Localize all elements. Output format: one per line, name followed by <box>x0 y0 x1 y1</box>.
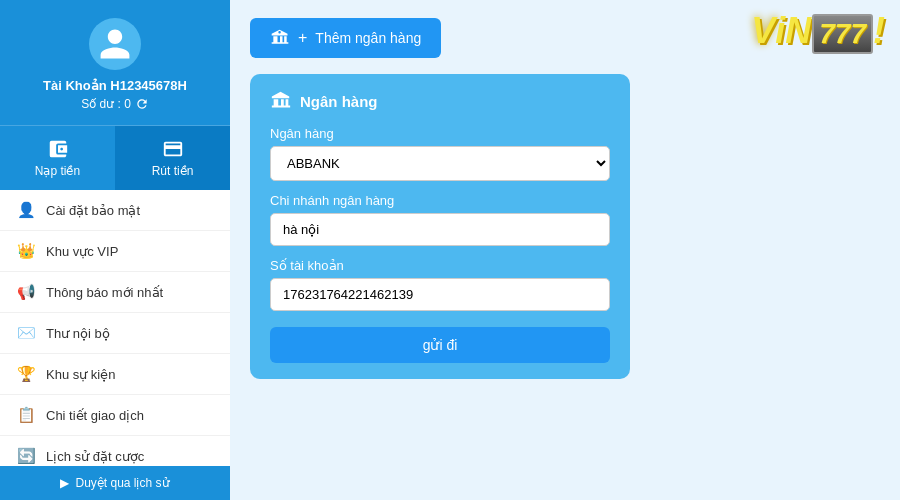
rut-tien-button[interactable]: Rút tiền <box>115 126 230 190</box>
bank-label: Ngân hàng <box>270 126 610 141</box>
menu-item-cai-dat-bao-mat[interactable]: 👤 Cài đặt bảo mật <box>0 190 230 231</box>
bank-icon <box>270 90 292 112</box>
bottom-button-icon: ▶ <box>60 476 69 490</box>
notification-icon: 📢 <box>16 282 36 302</box>
menu-item-thu-noi-bo[interactable]: ✉️ Thư nội bộ <box>0 313 230 354</box>
profile-username: Tài Khoản H12345678H <box>43 78 187 93</box>
nap-tien-button[interactable]: Nạp tiền <box>0 126 115 190</box>
security-icon: 👤 <box>16 200 36 220</box>
bank-form-card: Ngân hàng Ngân hàng ABBANK VIETCOMBANK T… <box>250 74 630 379</box>
bank-add-icon <box>270 28 290 48</box>
form-tab-label: Ngân hàng <box>300 93 378 110</box>
logo: V i N 777 ! <box>751 10 885 54</box>
account-input[interactable] <box>270 278 610 311</box>
sidebar-actions: Nạp tiền Rút tiền <box>0 126 230 190</box>
account-label: Số tài khoản <box>270 258 610 273</box>
profile-balance: Số dư : 0 <box>81 97 149 111</box>
refresh-icon[interactable] <box>135 97 149 111</box>
history-icon: 🔄 <box>16 446 36 466</box>
sidebar-menu: 👤 Cài đặt bảo mật 👑 Khu vực VIP 📢 Thông … <box>0 190 230 466</box>
avatar <box>89 18 141 70</box>
menu-item-khu-vuc-vip[interactable]: 👑 Khu vực VIP <box>0 231 230 272</box>
form-card-header: Ngân hàng <box>270 90 610 112</box>
menu-item-khu-su-kien[interactable]: 🏆 Khu sự kiện <box>0 354 230 395</box>
bottom-history-button[interactable]: ▶ Duyệt qua lịch sử <box>0 466 230 500</box>
transaction-icon: 📋 <box>16 405 36 425</box>
submit-button[interactable]: gửi đi <box>270 327 610 363</box>
menu-item-chi-tiet-giao-dich[interactable]: 📋 Chi tiết giao dịch <box>0 395 230 436</box>
bank-select[interactable]: ABBANK VIETCOMBANK TECHCOMBANK BIDV AGRI… <box>270 146 610 181</box>
add-bank-button[interactable]: + Thêm ngân hàng <box>250 18 441 58</box>
mail-icon: ✉️ <box>16 323 36 343</box>
menu-item-lich-su-dat-cuoc[interactable]: 🔄 Lịch sử đặt cược <box>0 436 230 466</box>
bank-select-group: Ngân hàng ABBANK VIETCOMBANK TECHCOMBANK… <box>270 126 610 181</box>
event-icon: 🏆 <box>16 364 36 384</box>
main-content: V i N 777 ! + Thêm ngân hàng Ngân hàng N… <box>230 0 900 500</box>
branch-input-group: Chi nhánh ngân hàng <box>270 193 610 246</box>
sidebar: Tài Khoản H12345678H Số dư : 0 Nạp tiền … <box>0 0 230 500</box>
menu-item-thong-bao[interactable]: 📢 Thông báo mới nhất <box>0 272 230 313</box>
sidebar-profile: Tài Khoản H12345678H Số dư : 0 <box>0 0 230 126</box>
branch-input[interactable] <box>270 213 610 246</box>
branch-label: Chi nhánh ngân hàng <box>270 193 610 208</box>
account-input-group: Số tài khoản <box>270 258 610 311</box>
vip-icon: 👑 <box>16 241 36 261</box>
